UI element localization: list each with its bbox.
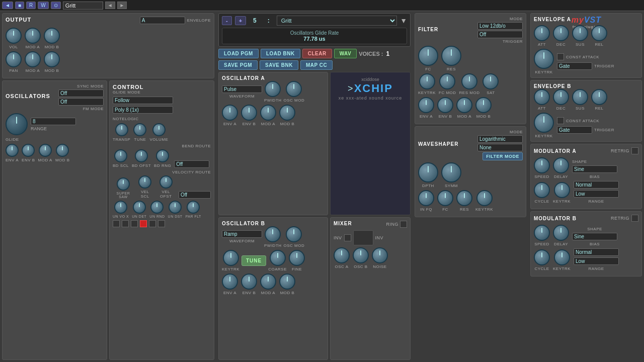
enva-dec-el[interactable] [553, 25, 569, 41]
osc-modb-knob-el[interactable] [56, 144, 69, 157]
modb-cycle-el[interactable] [534, 249, 550, 265]
velscl-knob-el[interactable] [138, 175, 151, 189]
moda-delay-el[interactable] [553, 157, 569, 173]
preset-arrow[interactable]: ▼ [400, 17, 407, 25]
oscb-moda-el[interactable] [260, 274, 276, 290]
res-knob-el[interactable] [441, 46, 461, 66]
mixer-osca-el[interactable] [334, 247, 350, 263]
bend-route-select[interactable]: OffOn [174, 160, 209, 168]
led-4[interactable] [140, 220, 147, 227]
envb-trigger-select[interactable]: GateTrigger [557, 126, 592, 134]
modb-delay-el[interactable] [553, 225, 569, 241]
osc-moda-knob-el[interactable] [39, 144, 52, 157]
led-1[interactable] [113, 220, 120, 227]
undet-knob-el[interactable] [133, 201, 146, 214]
volume-knob-el[interactable] [152, 123, 166, 136]
modb-keytrk-el[interactable] [554, 249, 570, 265]
ws-infq-el[interactable] [418, 190, 434, 206]
wav-btn[interactable]: WAV [334, 49, 357, 58]
envb-const-attack-cb[interactable] [557, 117, 564, 124]
topbar-btn-back[interactable]: ◄ [2, 2, 13, 9]
moda-retrig-cb[interactable] [631, 147, 638, 154]
sync-mode-select1[interactable]: OffOn [58, 89, 104, 97]
osca-modb-el[interactable] [279, 105, 295, 121]
tune-knob-el[interactable] [133, 123, 146, 136]
mixer-fader[interactable] [353, 230, 373, 245]
moda1-knob[interactable] [25, 28, 41, 44]
filter-keytrk-el[interactable] [419, 73, 435, 89]
unrnd-knob-el[interactable] [150, 201, 164, 214]
glide-knob[interactable] [6, 113, 28, 135]
moda-cycle-el[interactable] [534, 182, 550, 198]
patch-name-input[interactable] [63, 2, 103, 10]
oscb-envb-el[interactable] [241, 274, 257, 290]
pan-knob[interactable] [6, 51, 22, 67]
velocity-route-select[interactable]: OffOn [179, 191, 211, 199]
led-2[interactable] [122, 220, 129, 227]
modb2-knob[interactable] [44, 51, 60, 67]
moda-speed-el[interactable] [534, 157, 550, 173]
bdscl-knob-el[interactable] [114, 149, 127, 162]
enva-sus-el[interactable] [572, 25, 588, 41]
load-bnk-btn[interactable]: LOAD BNK [261, 49, 300, 58]
filter-moda-el[interactable] [456, 97, 472, 113]
modb-retrig-cb[interactable] [631, 215, 638, 222]
velofst-knob-el[interactable] [159, 175, 173, 189]
topbar-btn-record[interactable]: R [26, 2, 36, 9]
unvox-knob-el[interactable] [114, 201, 127, 214]
enva-knob[interactable] [6, 144, 19, 157]
modb-normal-select[interactable]: NormalInverted [574, 248, 619, 256]
moda2-knob[interactable] [25, 51, 41, 67]
save-bnk-btn[interactable]: SAVE BNK [260, 60, 298, 70]
save-pgm-btn[interactable]: SAVE PGM [218, 60, 258, 70]
osca-enva-el[interactable] [222, 105, 238, 121]
filter-sat-el[interactable] [482, 73, 499, 89]
topbar-btn-stop[interactable]: ■ [15, 2, 24, 9]
mixer-oscb-el[interactable] [353, 247, 369, 263]
envb-att-el[interactable] [534, 89, 550, 105]
ws-keytrk-el[interactable] [476, 190, 493, 206]
oscb-enva-el[interactable] [222, 274, 238, 290]
moda-low-select[interactable]: LowHigh [574, 190, 619, 198]
header-minus-btn[interactable]: - [222, 16, 232, 25]
filter-mode-btn[interactable]: FILTER MODE [482, 152, 523, 160]
led-6[interactable] [158, 220, 165, 227]
follow-select[interactable]: FollowFixed [113, 97, 173, 104]
osc-a-oscmod-knob-el[interactable] [286, 81, 302, 97]
vol-knob[interactable] [6, 28, 22, 44]
modb-shape-select[interactable]: SineTriangleSaw [572, 233, 617, 240]
osc-a-pwidth-knob-el[interactable] [265, 81, 281, 97]
bdofst-knob-el[interactable] [135, 149, 148, 162]
moda-normal-select[interactable]: NormalInverted [574, 181, 619, 189]
led-3[interactable] [131, 220, 138, 227]
envb-dec-el[interactable] [553, 89, 569, 105]
ws-res-el[interactable] [456, 190, 472, 206]
oscb-modb-el[interactable] [279, 274, 295, 290]
osca-moda-el[interactable] [260, 105, 276, 121]
poly-select[interactable]: Poly 8 (1x)Mono [113, 106, 173, 114]
preset-dropdown[interactable]: Gritt [277, 16, 397, 26]
ws-symm-el[interactable] [441, 162, 461, 183]
modb-speed-el[interactable] [534, 225, 550, 241]
waveshaper-mode-select[interactable]: LogarithmicLinear [477, 135, 523, 143]
waveshaper-none-select[interactable]: NoneOption2 [477, 144, 523, 151]
osc-b-pwidth-knob-el[interactable] [265, 226, 281, 242]
oscb-coarse-el[interactable] [270, 250, 286, 266]
filter-modb-el[interactable] [475, 97, 492, 113]
bdrng-knob-el[interactable] [156, 149, 169, 162]
oscb-fine-el[interactable] [289, 250, 305, 266]
filter-mode-select[interactable]: Low 12db/oLow 24db/oHigh [477, 22, 523, 30]
filter-fcmod-el[interactable] [439, 73, 455, 89]
oscb-keytrk-el[interactable] [223, 250, 239, 266]
envb-knob[interactable] [22, 144, 35, 157]
sync-mode-select2[interactable]: OffOn [58, 98, 104, 106]
ws-dpth-el[interactable] [418, 162, 438, 183]
moda-shape-select[interactable]: SineTriangleSaw [572, 165, 617, 173]
filter-trigger-select[interactable]: OffOn [477, 31, 523, 38]
envb-sus-el[interactable] [572, 89, 588, 105]
led-5[interactable] [149, 220, 156, 227]
modb1-knob[interactable] [44, 28, 60, 44]
enva-att-el[interactable] [534, 25, 550, 41]
header-plus-btn[interactable]: + [235, 16, 246, 25]
osc-b-waveform-select[interactable]: RampSinePulseTriangle [222, 230, 262, 238]
